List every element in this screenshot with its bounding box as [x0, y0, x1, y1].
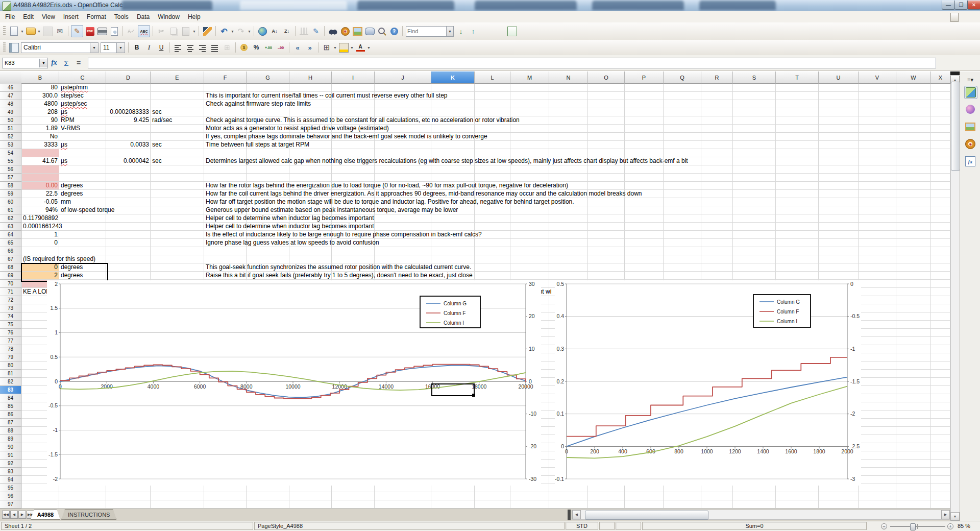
row-header-56[interactable]: 56	[0, 165, 21, 174]
close-button[interactable]: ✕	[967, 1, 980, 10]
row-header-81[interactable]: 81	[0, 370, 21, 378]
hyperlink-icon[interactable]	[257, 26, 268, 37]
format-currency-icon[interactable]	[238, 42, 250, 53]
column-header-J[interactable]: J	[375, 71, 431, 84]
row-header-95[interactable]: 95	[0, 484, 21, 492]
autospellcheck-icon[interactable]	[138, 25, 150, 37]
draw-functions-icon[interactable]	[310, 26, 322, 37]
cell-C50[interactable]: RPM	[59, 116, 76, 124]
cell-D49[interactable]: 0.0002083333	[106, 108, 151, 116]
cell-F61[interactable]: Generous upper bound estimate based on p…	[204, 206, 459, 214]
row-header-51[interactable]: 51	[0, 125, 21, 133]
navigator-icon[interactable]	[339, 26, 351, 37]
row-header-52[interactable]: 52	[0, 133, 21, 141]
sheet-tab-instructions[interactable]: INSTRUCTIONS	[61, 509, 116, 520]
name-box[interactable]: K83 ▼	[2, 58, 48, 68]
document-icon[interactable]	[950, 13, 959, 22]
formula-input[interactable]	[88, 58, 936, 68]
row-header-87[interactable]: 87	[0, 419, 21, 427]
chevron-down-icon[interactable]: ▼	[20, 26, 24, 37]
row-header-82[interactable]: 82	[0, 378, 21, 386]
cell-E50[interactable]: rad/sec	[151, 116, 174, 124]
row-header-50[interactable]: 50	[0, 116, 21, 125]
row-header-80[interactable]: 80	[0, 361, 21, 370]
row-header-53[interactable]: 53	[0, 141, 21, 149]
select-all-corner[interactable]	[0, 71, 22, 84]
print-icon[interactable]	[96, 26, 108, 37]
zoom-level[interactable]: 85 %	[958, 523, 970, 529]
column-header-D[interactable]: D	[106, 71, 151, 84]
cell-B51[interactable]: 1.89	[21, 125, 59, 132]
sum-icon[interactable]: Σ	[61, 58, 72, 68]
toolbar-grip[interactable]	[3, 42, 6, 53]
sort-descending-icon[interactable]	[281, 26, 292, 37]
cell-B61[interactable]: 94%	[21, 206, 59, 214]
cell-C49[interactable]: µs	[59, 108, 69, 116]
zoom-icon[interactable]	[376, 26, 387, 37]
paste-icon[interactable]	[180, 26, 191, 37]
cell-E55[interactable]: sec	[151, 157, 163, 165]
zoom-out-icon[interactable]: −	[881, 523, 887, 529]
spellcheck-icon[interactable]	[126, 26, 137, 37]
cell-F69[interactable]: Raise this a bit if goal seek fails (pre…	[204, 272, 474, 279]
undo-icon[interactable]	[218, 26, 230, 37]
row-header-91[interactable]: 91	[0, 451, 21, 460]
row-header-55[interactable]: 55	[0, 157, 21, 165]
chevron-down-icon[interactable]: ▼	[37, 26, 41, 37]
row-header-61[interactable]: 61	[0, 206, 21, 214]
chevron-down-icon[interactable]: ▼	[247, 26, 252, 37]
page-preview-icon[interactable]	[109, 26, 120, 37]
cell-C58[interactable]: degrees	[59, 182, 84, 189]
column-header-H[interactable]: H	[289, 71, 332, 84]
previous-sheet-button[interactable]: ◀	[10, 511, 18, 519]
scroll-right-icon[interactable]: ▶	[941, 510, 950, 519]
row-header-86[interactable]: 86	[0, 411, 21, 419]
cell-B63[interactable]: 0.0001661243	[21, 223, 59, 230]
status-sum[interactable]: Sum=0	[642, 522, 867, 530]
scroll-down-icon[interactable]: ▼	[950, 512, 960, 521]
row-header-70[interactable]: 70	[0, 280, 21, 288]
zoom-in-icon[interactable]: +	[947, 523, 953, 529]
sidebar-navigator-icon[interactable]	[964, 138, 976, 150]
cell-B55[interactable]: 41.67	[21, 157, 59, 165]
row-header-73[interactable]: 73	[0, 304, 21, 312]
cell-B67[interactable]: (IS required for this speed)	[21, 255, 97, 263]
cell-D50[interactable]: 9.425	[106, 116, 151, 124]
underline-icon[interactable]	[156, 42, 167, 53]
chevron-down-icon[interactable]: ▼	[446, 27, 453, 36]
row-header-72[interactable]: 72	[0, 296, 21, 304]
find-next-button[interactable]	[455, 26, 467, 37]
cell-B48[interactable]: 4800	[21, 100, 59, 108]
font-color-icon[interactable]	[355, 42, 366, 53]
horizontal-split-handle[interactable]	[568, 510, 571, 520]
find-previous-button[interactable]	[468, 26, 479, 37]
cell-F60[interactable]: How far off target position the motion s…	[204, 198, 576, 206]
horizontal-scroll-thumb[interactable]	[585, 511, 708, 520]
column-header-B[interactable]: B	[21, 71, 59, 84]
font-size-combobox[interactable]: 11 ▼	[101, 42, 125, 53]
row-header-62[interactable]: 62	[0, 214, 21, 223]
cell-F62[interactable]: Helper cell to determine when inductor l…	[204, 214, 376, 222]
menu-edit[interactable]: Edit	[19, 12, 38, 22]
row-header-79[interactable]: 79	[0, 353, 21, 361]
menu-window[interactable]: Window	[154, 12, 184, 22]
cell-C55[interactable]: µs	[59, 157, 69, 165]
cell-F55[interactable]: Determines largest allowed calc gap when…	[204, 157, 690, 165]
cell-C60[interactable]: mm	[59, 198, 72, 206]
help-icon[interactable]	[388, 26, 400, 37]
gallery-icon[interactable]	[352, 26, 363, 37]
row-header-71[interactable]: 71	[0, 288, 21, 296]
column-header-W[interactable]: W	[896, 71, 931, 84]
row-header-76[interactable]: 76	[0, 329, 21, 337]
row-header-74[interactable]: 74	[0, 312, 21, 321]
row-header-57[interactable]: 57	[0, 174, 21, 182]
toolbar-grip[interactable]	[3, 26, 6, 36]
cell-D55[interactable]: 0.000042	[106, 157, 151, 165]
cell-B49[interactable]: 208	[21, 108, 59, 116]
cell-B47[interactable]: 300.0	[21, 92, 59, 100]
menu-data[interactable]: Data	[133, 12, 154, 22]
italic-icon[interactable]	[143, 42, 155, 53]
column-header-R[interactable]: R	[701, 71, 733, 84]
borders-icon[interactable]	[321, 42, 332, 53]
cell-F48[interactable]: Check against firmware step rate limits	[204, 100, 312, 108]
